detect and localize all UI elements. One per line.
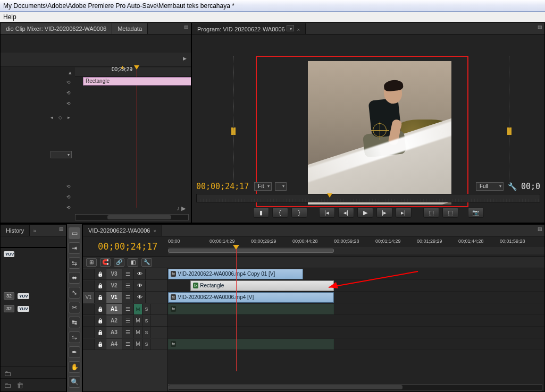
timeline-playhead[interactable] [236, 249, 237, 371]
reset-icon[interactable]: ⟲ [65, 79, 72, 86]
panel-menu-icon[interactable]: ▤ [59, 226, 64, 232]
lock-v3[interactable] [95, 269, 106, 279]
add-marker-button[interactable]: ▮ [253, 207, 269, 218]
tab-metadata[interactable]: Metadata [112, 23, 148, 34]
hand-tool[interactable]: ✋ [69, 361, 80, 373]
trim-handle-right[interactable] [507, 127, 512, 135]
sync-v2[interactable]: ☰ [122, 280, 134, 291]
selection-tool[interactable]: ▭ [69, 227, 80, 239]
panel-menu-icon[interactable]: ▤ [538, 24, 542, 30]
zoom-tool[interactable]: 🔍 [69, 376, 80, 388]
sync-v1[interactable]: ☰ [122, 292, 134, 303]
lock-v2[interactable] [95, 280, 106, 291]
close-tab-icon[interactable]: × [153, 228, 156, 234]
pen-tool[interactable]: ✒ [69, 346, 80, 358]
src-patch-a3[interactable] [83, 327, 95, 338]
bin-icon[interactable]: 🗀 [4, 369, 11, 378]
track-name-v1[interactable]: V1 [106, 292, 122, 303]
trash-icon[interactable]: 🗑 [16, 381, 24, 389]
panel-menu-icon[interactable]: ▤ [538, 226, 542, 232]
quality-dropdown[interactable]: Full [476, 182, 504, 191]
timeline-scrollbar-h[interactable] [168, 384, 542, 390]
src-patch-v3[interactable] [83, 269, 95, 279]
track-name-a3[interactable]: A3 [106, 327, 122, 338]
audio-toggle-icon[interactable]: ♪ ▶ [177, 205, 186, 212]
marker-span-toggle[interactable]: ◧ [128, 258, 138, 267]
lock-a1[interactable] [95, 304, 106, 314]
track-name-v3[interactable]: V3 [106, 269, 122, 279]
export-frame-button[interactable]: 📷 [468, 207, 484, 218]
zoom-fit-dropdown[interactable]: Fit [254, 182, 272, 191]
fx-preset-2[interactable]: 32YUV [4, 305, 63, 312]
tab-clip-mixer[interactable]: dio Clip Mixer: VID-20200622-WA0006 [1, 23, 112, 34]
reset-icon[interactable]: ⟲ [65, 204, 72, 211]
lock-a4[interactable] [95, 339, 106, 350]
prev-keyframe-icon[interactable]: ◂ [48, 114, 55, 121]
reset-icon[interactable]: ⟲ [65, 194, 72, 200]
panel-menu-icon[interactable]: ▤ [184, 24, 189, 30]
mute-a1[interactable]: M [134, 304, 142, 314]
track-select-tool[interactable]: ⇥ [69, 242, 80, 254]
add-keyframe-icon[interactable]: ◇ [57, 114, 63, 121]
reset-icon[interactable]: ⟲ [65, 90, 72, 96]
sync-a4[interactable]: ☰ [122, 339, 134, 350]
mark-out-button[interactable]: } [291, 207, 307, 218]
tab-overflow-icon[interactable]: » [30, 227, 39, 234]
step-back-button[interactable]: ◂| [338, 207, 354, 218]
ec-play-icon[interactable]: ▶ [183, 56, 187, 61]
eye-v1[interactable] [134, 292, 146, 303]
mute-a2[interactable]: M [134, 316, 142, 326]
menu-help[interactable]: Help [3, 13, 16, 21]
program-seq-dropdown[interactable] [287, 25, 294, 31]
clip-a1[interactable]: fx [168, 304, 334, 314]
zoom-options-dropdown[interactable] [275, 182, 287, 191]
src-patch-v2[interactable] [83, 280, 95, 291]
step-forward-button[interactable]: |▸ [376, 207, 392, 218]
nest-toggle[interactable]: ⊞ [86, 258, 97, 267]
src-patch-v1[interactable]: V1 [83, 292, 95, 303]
timeline-timecode[interactable]: 00;00;24;17 [83, 241, 158, 252]
yuv-filter-badge[interactable]: YUV [4, 251, 14, 257]
toggle-up-icon[interactable]: ▴ [69, 69, 72, 76]
clip-a4[interactable]: fx [168, 339, 334, 350]
timeline-ruler[interactable]: 00;00 00;00;14;29 00;00;29;29 00;00;44;2… [168, 236, 544, 256]
source-playhead-head[interactable] [134, 65, 139, 70]
track-name-v2[interactable]: V2 [106, 280, 122, 291]
solo-a2[interactable]: S [142, 316, 151, 326]
go-to-out-button[interactable]: ▸| [396, 207, 412, 218]
anchor-reticle-icon[interactable] [373, 123, 387, 137]
lock-a2[interactable] [95, 316, 106, 326]
solo-a1[interactable]: S [142, 304, 151, 314]
source-scrollbar-h[interactable] [75, 214, 189, 220]
src-patch-a2[interactable] [83, 316, 95, 326]
program-playhead-marker[interactable] [327, 193, 332, 198]
mute-a4[interactable]: M [134, 339, 142, 350]
fx-preset-1[interactable]: 32YUV [4, 292, 63, 300]
source-playhead[interactable] [137, 70, 137, 208]
go-to-in-button[interactable]: |◂ [319, 207, 335, 218]
solo-a4[interactable]: S [142, 339, 151, 350]
new-bin-icon[interactable]: 🗀 [4, 381, 11, 389]
clip-v3[interactable]: fxVID-20200622-WA0006.mp4 Copy 01 [V] [168, 269, 303, 279]
source-clip-rectangle[interactable]: Rectangle [83, 77, 191, 86]
blend-dropdown[interactable] [51, 151, 72, 158]
sync-a2[interactable]: ☰ [122, 316, 134, 326]
reset-icon[interactable]: ⟲ [65, 183, 72, 190]
work-area-bar[interactable] [168, 249, 334, 253]
close-tab-icon[interactable]: × [297, 27, 300, 32]
play-button[interactable]: ▶ [357, 207, 373, 218]
track-name-a1[interactable]: A1 [106, 304, 122, 314]
rate-stretch-tool[interactable]: ⤡ [69, 287, 80, 299]
razor-tool[interactable]: ✂ [69, 302, 80, 313]
next-keyframe-icon[interactable]: ▸ [65, 114, 72, 121]
clip-v1[interactable]: fxVID-20200622-WA0006.mp4 [V] [168, 292, 334, 303]
program-timecode[interactable]: 00;00;24;17 [196, 182, 249, 191]
lock-a3[interactable] [95, 327, 106, 338]
eye-v3[interactable] [134, 269, 146, 279]
sync-v3[interactable]: ☰ [122, 269, 134, 279]
tab-sequence[interactable]: VID-20200622-WA0006× [83, 225, 162, 236]
slip-tool[interactable]: ↹ [69, 317, 80, 328]
menu-bar[interactable]: Help [0, 12, 545, 22]
slide-tool[interactable]: ⇋ [69, 331, 80, 343]
clip-v2-title[interactable]: fxRectangle [190, 280, 334, 291]
